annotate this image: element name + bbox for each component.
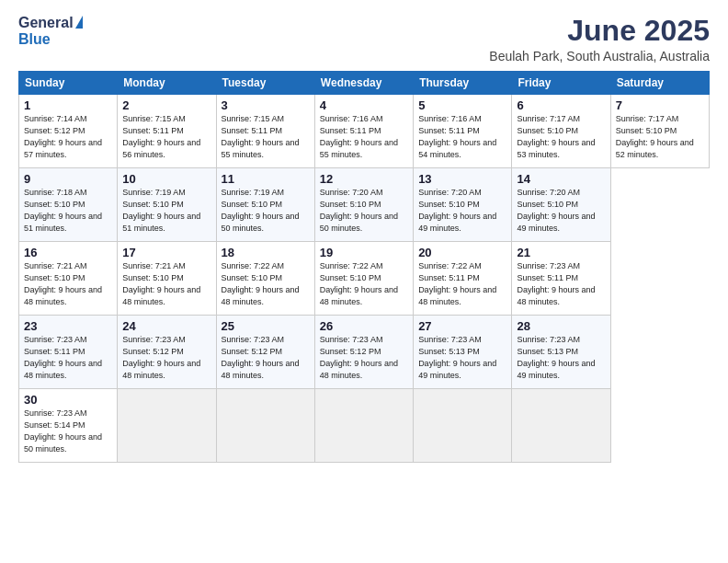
day-number: 4 (320, 98, 408, 112)
calendar-header-row: SundayMondayTuesdayWednesdayThursdayFrid… (19, 72, 710, 95)
calendar-cell: 3 Sunrise: 7:15 AMSunset: 5:11 PMDayligh… (216, 95, 314, 168)
day-info: Sunrise: 7:14 AMSunset: 5:12 PMDaylight:… (24, 113, 112, 161)
day-number: 7 (616, 98, 704, 112)
calendar-cell: 10 Sunrise: 7:19 AMSunset: 5:10 PMDaylig… (118, 168, 216, 242)
page: General Blue June 2025 Beulah Park, Sout… (0, 0, 728, 563)
week-row-5: 30 Sunrise: 7:23 AMSunset: 5:14 PMDaylig… (19, 389, 710, 463)
day-info: Sunrise: 7:23 AMSunset: 5:12 PMDaylight:… (320, 334, 408, 382)
calendar-cell: 7 Sunrise: 7:17 AMSunset: 5:10 PMDayligh… (610, 95, 709, 168)
day-info: Sunrise: 7:20 AMSunset: 5:10 PMDaylight:… (418, 187, 506, 235)
week-row-4: 23 Sunrise: 7:23 AMSunset: 5:11 PMDaylig… (19, 316, 710, 389)
calendar-cell: 27 Sunrise: 7:23 AMSunset: 5:13 PMDaylig… (414, 316, 512, 389)
calendar-cell: 28 Sunrise: 7:23 AMSunset: 5:13 PMDaylig… (512, 316, 610, 389)
day-info: Sunrise: 7:23 AMSunset: 5:13 PMDaylight:… (418, 334, 506, 382)
day-number: 19 (320, 246, 408, 259)
calendar-cell: 16 Sunrise: 7:21 AMSunset: 5:10 PMDaylig… (19, 242, 118, 316)
calendar-cell: 13 Sunrise: 7:20 AMSunset: 5:10 PMDaylig… (414, 168, 512, 242)
calendar-cell: 18 Sunrise: 7:22 AMSunset: 5:10 PMDaylig… (216, 242, 314, 316)
day-info: Sunrise: 7:16 AMSunset: 5:11 PMDaylight:… (320, 113, 408, 161)
day-info: Sunrise: 7:23 AMSunset: 5:11 PMDaylight:… (24, 334, 112, 382)
day-number: 27 (418, 319, 506, 333)
calendar-cell: 5 Sunrise: 7:16 AMSunset: 5:11 PMDayligh… (414, 95, 512, 168)
calendar-cell: 19 Sunrise: 7:22 AMSunset: 5:10 PMDaylig… (314, 242, 413, 316)
col-header-tuesday: Tuesday (216, 72, 314, 95)
col-header-monday: Monday (118, 72, 216, 95)
title-block: June 2025 Beulah Park, South Australia, … (489, 15, 710, 63)
day-info: Sunrise: 7:17 AMSunset: 5:10 PMDaylight:… (616, 113, 704, 161)
day-number: 21 (517, 246, 605, 259)
day-number: 3 (222, 98, 310, 112)
calendar-cell: 2 Sunrise: 7:15 AMSunset: 5:11 PMDayligh… (118, 95, 216, 168)
calendar-cell: 4 Sunrise: 7:16 AMSunset: 5:11 PMDayligh… (314, 95, 413, 168)
day-number: 9 (24, 172, 112, 186)
day-number: 26 (320, 319, 408, 333)
day-info: Sunrise: 7:23 AMSunset: 5:13 PMDaylight:… (517, 334, 605, 382)
logo-blue: Blue (18, 31, 51, 48)
day-number: 24 (122, 319, 210, 333)
day-info: Sunrise: 7:22 AMSunset: 5:11 PMDaylight:… (418, 260, 506, 308)
day-info: Sunrise: 7:23 AMSunset: 5:11 PMDaylight:… (517, 260, 605, 308)
calendar-cell (118, 389, 216, 463)
day-number: 6 (517, 98, 605, 112)
day-number: 13 (418, 172, 506, 186)
col-header-thursday: Thursday (414, 72, 512, 95)
col-header-friday: Friday (512, 72, 610, 95)
day-info: Sunrise: 7:21 AMSunset: 5:10 PMDaylight:… (24, 260, 112, 308)
logo: General Blue (18, 15, 83, 48)
calendar-cell: 14 Sunrise: 7:20 AMSunset: 5:10 PMDaylig… (512, 168, 610, 242)
day-info: Sunrise: 7:23 AMSunset: 5:12 PMDaylight:… (122, 334, 210, 382)
day-number: 17 (122, 246, 210, 259)
logo-general: General (18, 15, 74, 31)
day-number: 28 (517, 319, 605, 333)
calendar-cell: 30 Sunrise: 7:23 AMSunset: 5:14 PMDaylig… (19, 389, 118, 463)
day-number: 14 (517, 172, 605, 186)
day-info: Sunrise: 7:22 AMSunset: 5:10 PMDaylight:… (320, 260, 408, 308)
week-row-2: 9 Sunrise: 7:18 AMSunset: 5:10 PMDayligh… (19, 168, 710, 242)
day-number: 20 (418, 246, 506, 259)
day-info: Sunrise: 7:17 AMSunset: 5:10 PMDaylight:… (517, 113, 605, 161)
day-info: Sunrise: 7:15 AMSunset: 5:11 PMDaylight:… (122, 113, 210, 161)
day-info: Sunrise: 7:23 AMSunset: 5:12 PMDaylight:… (222, 334, 310, 382)
calendar-cell: 20 Sunrise: 7:22 AMSunset: 5:11 PMDaylig… (414, 242, 512, 316)
day-number: 12 (320, 172, 408, 186)
calendar-cell: 6 Sunrise: 7:17 AMSunset: 5:10 PMDayligh… (512, 95, 610, 168)
day-number: 1 (24, 98, 112, 112)
col-header-wednesday: Wednesday (314, 72, 413, 95)
header: General Blue June 2025 Beulah Park, Sout… (18, 15, 710, 63)
day-info: Sunrise: 7:15 AMSunset: 5:11 PMDaylight:… (222, 113, 310, 161)
calendar-cell: 21 Sunrise: 7:23 AMSunset: 5:11 PMDaylig… (512, 242, 610, 316)
day-number: 10 (122, 172, 210, 186)
calendar-cell: 25 Sunrise: 7:23 AMSunset: 5:12 PMDaylig… (216, 316, 314, 389)
col-header-sunday: Sunday (19, 72, 118, 95)
day-number: 11 (222, 172, 310, 186)
calendar-cell: 17 Sunrise: 7:21 AMSunset: 5:10 PMDaylig… (118, 242, 216, 316)
day-info: Sunrise: 7:18 AMSunset: 5:10 PMDaylight:… (24, 187, 112, 235)
calendar-cell: 23 Sunrise: 7:23 AMSunset: 5:11 PMDaylig… (19, 316, 118, 389)
day-number: 25 (222, 319, 310, 333)
day-info: Sunrise: 7:22 AMSunset: 5:10 PMDaylight:… (222, 260, 310, 308)
month-title: June 2025 (489, 15, 710, 47)
week-row-3: 16 Sunrise: 7:21 AMSunset: 5:10 PMDaylig… (19, 242, 710, 316)
calendar-cell: 9 Sunrise: 7:18 AMSunset: 5:10 PMDayligh… (19, 168, 118, 242)
day-number: 23 (24, 319, 112, 333)
calendar-cell: 11 Sunrise: 7:19 AMSunset: 5:10 PMDaylig… (216, 168, 314, 242)
day-number: 18 (222, 246, 310, 259)
location: Beulah Park, South Australia, Australia (489, 49, 710, 63)
col-header-saturday: Saturday (610, 72, 709, 95)
day-number: 5 (418, 98, 506, 112)
day-info: Sunrise: 7:16 AMSunset: 5:11 PMDaylight:… (418, 113, 506, 161)
day-number: 2 (122, 98, 210, 112)
calendar-cell: 1 Sunrise: 7:14 AMSunset: 5:12 PMDayligh… (19, 95, 118, 168)
calendar-cell (414, 389, 512, 463)
day-info: Sunrise: 7:19 AMSunset: 5:10 PMDaylight:… (222, 187, 310, 235)
calendar-cell (216, 389, 314, 463)
calendar: SundayMondayTuesdayWednesdayThursdayFrid… (18, 71, 710, 463)
day-info: Sunrise: 7:20 AMSunset: 5:10 PMDaylight:… (517, 187, 605, 235)
day-number: 16 (24, 246, 112, 259)
day-info: Sunrise: 7:21 AMSunset: 5:10 PMDaylight:… (122, 260, 210, 308)
week-row-1: 1 Sunrise: 7:14 AMSunset: 5:12 PMDayligh… (19, 95, 710, 168)
day-info: Sunrise: 7:19 AMSunset: 5:10 PMDaylight:… (122, 187, 210, 235)
calendar-cell (512, 389, 610, 463)
calendar-cell: 12 Sunrise: 7:20 AMSunset: 5:10 PMDaylig… (314, 168, 413, 242)
day-number: 30 (24, 393, 112, 407)
